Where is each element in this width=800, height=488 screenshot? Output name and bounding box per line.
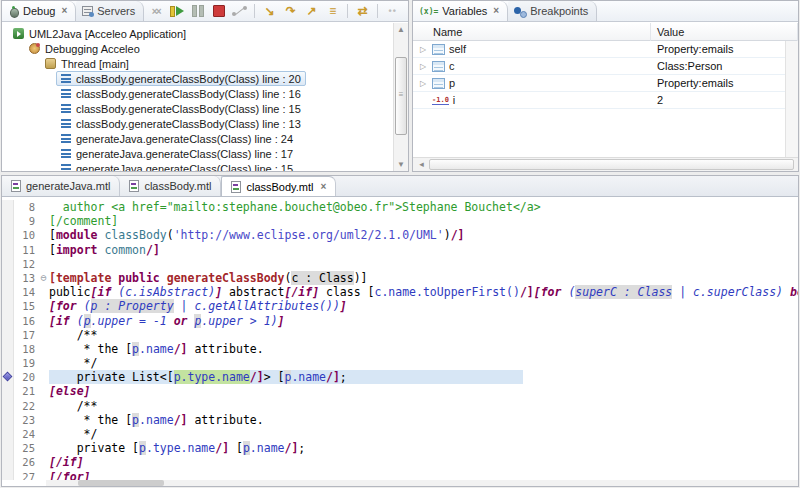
debug-tree-scrollbar[interactable]: ▲ ≡ ▼	[393, 23, 408, 171]
gutter-annotation-ruler[interactable]	[2, 200, 14, 214]
gutter-annotation-ruler[interactable]	[2, 314, 14, 328]
code-line[interactable]: 26[/if]	[2, 455, 798, 469]
column-header-name[interactable]: Name	[413, 23, 651, 41]
code-line[interactable]: 17 /**	[2, 328, 798, 342]
variables-row[interactable]: ▷pProperty:emails	[413, 75, 785, 92]
stack-frame[interactable]: classBody.generateClassBody(Class) line …	[2, 71, 393, 86]
scroll-up-icon[interactable]: ▲	[394, 23, 408, 36]
tab-servers[interactable]: Servers	[76, 1, 144, 21]
debug-toolbar: ××↘↷↗≡⇄••	[144, 1, 404, 21]
code-line[interactable]: 10[module classBody('http://www.eclipse.…	[2, 228, 798, 242]
stack-frame[interactable]: classBody.generateClassBody(Class) line …	[2, 86, 393, 101]
variables-row[interactable]: ▷cClass:Person	[413, 58, 785, 75]
scrollbar-thumb[interactable]: ≡	[395, 57, 407, 135]
editor-horizontal-scrollbar[interactable]	[46, 480, 798, 486]
fold-marker-icon	[38, 328, 49, 342]
step-return-icon[interactable]: ↗	[302, 3, 321, 20]
expand-arrow-icon[interactable]: ▷	[418, 62, 428, 71]
tab-variables[interactable]: (x)= Variables ×	[413, 1, 508, 21]
tab-debug[interactable]: Debug ×	[2, 1, 76, 21]
drop-to-frame-icon[interactable]: ≡	[323, 3, 342, 20]
expand-arrow-icon[interactable]: ▷	[418, 79, 428, 88]
remove-all-terminated-icon[interactable]: ××	[146, 3, 165, 20]
column-header-value[interactable]: Value	[651, 23, 798, 41]
disconnect-icon[interactable]	[230, 3, 249, 20]
code-line[interactable]: 18 * the [p.name/] attribute.	[2, 342, 798, 356]
close-icon[interactable]: ×	[493, 6, 499, 16]
tree-item: classBody.generateClassBody(Class) line …	[56, 116, 306, 131]
extra-actions-icon[interactable]: ••	[383, 3, 402, 20]
code-line[interactable]: 8 author <a href="mailto:stephane.bouche…	[2, 200, 798, 214]
gutter-annotation-ruler[interactable]	[2, 257, 14, 271]
close-icon[interactable]: ×	[61, 6, 67, 16]
variables-horizontal-scrollbar[interactable]: ◂	[413, 157, 798, 171]
code-line[interactable]: 22 /**	[2, 399, 798, 413]
code-line[interactable]: 19 */	[2, 356, 798, 370]
stack-frame[interactable]: classBody.generateClassBody(Class) line …	[2, 101, 393, 116]
code-line[interactable]: 21[else]	[2, 384, 798, 398]
debug-target-node[interactable]: Debugging Acceleo	[2, 41, 393, 56]
code-text: */	[49, 427, 798, 441]
stack-frame[interactable]: generateJava.generateClass(Class) line :…	[2, 146, 393, 161]
resume-icon[interactable]	[167, 3, 186, 20]
gutter-annotation-ruler[interactable]	[2, 228, 14, 242]
gutter-annotation-ruler[interactable]	[2, 370, 14, 384]
stack-frame[interactable]: generateJava.generateClass(Class) line :…	[2, 131, 393, 146]
gutter-annotation-ruler[interactable]	[2, 299, 14, 313]
gutter-annotation-ruler[interactable]	[2, 356, 14, 370]
fold-marker-icon[interactable]: ⊖	[38, 271, 49, 285]
variables-row[interactable]: -1.0i2	[413, 92, 785, 109]
code-line[interactable]: 23 * the [p.name/] attribute.	[2, 413, 798, 427]
variables-vertical-scrollbar[interactable]	[785, 41, 798, 157]
code-line[interactable]: 27[/for]	[2, 470, 798, 480]
code-line[interactable]: 15[for (p : Property | c.getAllAttribute…	[2, 299, 798, 313]
scrollbar-thumb[interactable]	[78, 480, 164, 486]
view-menu-icon[interactable]: ▽	[408, 5, 409, 17]
variable-icon	[432, 44, 445, 55]
code-line[interactable]: 13⊖[template public generateClassBody(c …	[2, 271, 798, 285]
code-line[interactable]: 11[import common/]	[2, 243, 798, 257]
code-line[interactable]: 9[/comment]	[2, 214, 798, 228]
line-number: 22	[14, 399, 38, 413]
editor-tab-classbody-mtl[interactable]: classBody.mtl	[120, 176, 221, 196]
gutter-annotation-ruler[interactable]	[2, 399, 14, 413]
stack-frame[interactable]: generateJava.generateClass(Class) line :…	[2, 161, 393, 171]
code-line[interactable]: 14public[if (c.isAbstract)] abstract[/if…	[2, 285, 798, 299]
terminate-icon[interactable]	[209, 3, 228, 20]
close-icon[interactable]: ×	[320, 182, 326, 192]
breakpoints-icon	[514, 6, 526, 17]
code-line[interactable]: 20 private List<[p.type.name/]> [p.name/…	[2, 370, 798, 384]
gutter-annotation-ruler[interactable]	[2, 271, 14, 285]
scrollbar-thumb[interactable]	[429, 159, 794, 170]
gutter-annotation-ruler[interactable]	[2, 470, 14, 480]
code-line[interactable]: 12	[2, 257, 798, 271]
variables-row[interactable]: ▷selfProperty:emails	[413, 41, 785, 58]
gutter-annotation-ruler[interactable]	[2, 285, 14, 299]
suspend-icon[interactable]	[188, 3, 207, 20]
gutter-annotation-ruler[interactable]	[2, 342, 14, 356]
scroll-left-icon[interactable]: ◂	[415, 158, 428, 171]
debug-launch-node[interactable]: UML2Java [Acceleo Application]	[2, 26, 393, 41]
code-editor[interactable]: 8 author <a href="mailto:stephane.bouche…	[2, 198, 798, 480]
editor-tab-classbody-mtl-active[interactable]: classBody.mtl ×	[221, 176, 336, 196]
code-line[interactable]: 25 private [p.type.name/] [p.name/];	[2, 441, 798, 455]
gutter-annotation-ruler[interactable]	[2, 214, 14, 228]
gutter-annotation-ruler[interactable]	[2, 427, 14, 441]
code-line[interactable]: 24 */	[2, 427, 798, 441]
tab-breakpoints[interactable]: Breakpoints	[508, 1, 597, 21]
gutter-annotation-ruler[interactable]	[2, 455, 14, 469]
stack-frame[interactable]: classBody.generateClassBody(Class) line …	[2, 116, 393, 131]
scroll-down-icon[interactable]: ▼	[394, 158, 408, 171]
debug-thread-node[interactable]: Thread [main]	[2, 56, 393, 71]
gutter-annotation-ruler[interactable]	[2, 413, 14, 427]
editor-tab-generatejava-mtl[interactable]: generateJava.mtl	[2, 176, 120, 196]
code-line[interactable]: 16[if (p.upper = -1 or p.upper > 1)]	[2, 314, 798, 328]
gutter-annotation-ruler[interactable]	[2, 384, 14, 398]
step-over-icon[interactable]: ↷	[281, 3, 300, 20]
gutter-annotation-ruler[interactable]	[2, 328, 14, 342]
gutter-annotation-ruler[interactable]	[2, 243, 14, 257]
expand-arrow-icon[interactable]: ▷	[418, 45, 428, 54]
use-step-filters-icon[interactable]: ⇄	[353, 3, 372, 20]
step-into-icon[interactable]: ↘	[260, 3, 279, 20]
gutter-annotation-ruler[interactable]	[2, 441, 14, 455]
